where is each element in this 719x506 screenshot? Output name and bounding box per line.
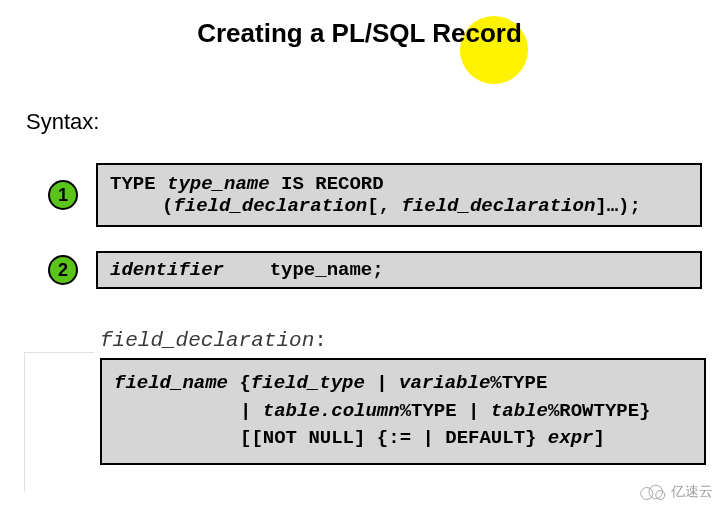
code-line: (field_declaration[, field_declaration]…… bbox=[162, 195, 688, 217]
syntax-label: Syntax: bbox=[26, 109, 719, 135]
code-text: ] bbox=[593, 427, 604, 449]
field-declaration-label: field_declaration: bbox=[100, 329, 719, 352]
step-badge-1: 1 bbox=[48, 180, 78, 210]
watermark: 亿速云 bbox=[637, 482, 713, 502]
code-text: ; bbox=[372, 259, 383, 281]
code-box-3: field_name {field_type | variable%TYPE |… bbox=[100, 358, 706, 465]
code-line: [[NOT NULL] {:= | DEFAULT} expr] bbox=[240, 425, 692, 453]
code-text bbox=[224, 259, 270, 281]
code-text: TYPE bbox=[110, 173, 167, 195]
faint-border bbox=[24, 352, 94, 492]
code-italic: variable bbox=[399, 372, 490, 394]
code-italic: identifier bbox=[110, 259, 224, 281]
code-italic: table.column bbox=[263, 400, 400, 422]
code-text: IS RECORD bbox=[270, 173, 384, 195]
code-box-1: TYPE type_name IS RECORD (field_declarat… bbox=[96, 163, 702, 227]
code-italic: field_name bbox=[114, 372, 228, 394]
code-line: TYPE type_name IS RECORD bbox=[110, 173, 688, 195]
code-italic: field_declaration bbox=[173, 195, 367, 217]
code-line: | table.column%TYPE | table%ROWTYPE} bbox=[240, 398, 692, 426]
label-colon: : bbox=[314, 329, 327, 352]
svg-point-2 bbox=[656, 491, 665, 500]
code-text: ]…); bbox=[595, 195, 641, 217]
syntax-block-1: 1 TYPE type_name IS RECORD (field_declar… bbox=[48, 163, 719, 227]
code-italic: table bbox=[491, 400, 548, 422]
watermark-text: 亿速云 bbox=[671, 483, 713, 501]
code-text: ( bbox=[162, 195, 173, 217]
code-italic: field_type bbox=[251, 372, 365, 394]
code-text: %TYPE | bbox=[400, 400, 491, 422]
code-text: { bbox=[228, 372, 251, 394]
code-text: [, bbox=[367, 195, 401, 217]
code-text: | bbox=[240, 400, 263, 422]
code-text: [[NOT NULL] {:= | DEFAULT} bbox=[240, 427, 548, 449]
syntax-block-2: 2 identifier type_name; bbox=[48, 251, 719, 289]
label-italic: field_declaration bbox=[100, 329, 314, 352]
code-text: | bbox=[365, 372, 399, 394]
code-italic: field_declaration bbox=[401, 195, 595, 217]
cloud-icon bbox=[637, 482, 667, 502]
code-italic: expr bbox=[548, 427, 594, 449]
code-text: %TYPE bbox=[490, 372, 547, 394]
step-badge-2: 2 bbox=[48, 255, 78, 285]
svg-point-0 bbox=[641, 488, 653, 500]
code-italic: type_name bbox=[167, 173, 270, 195]
code-box-2: identifier type_name; bbox=[96, 251, 702, 289]
page-title: Creating a PL/SQL Record bbox=[0, 18, 719, 49]
code-text: %ROWTYPE} bbox=[548, 400, 651, 422]
code-text: type_name bbox=[270, 259, 373, 281]
code-line: field_name {field_type | variable%TYPE bbox=[114, 370, 692, 398]
